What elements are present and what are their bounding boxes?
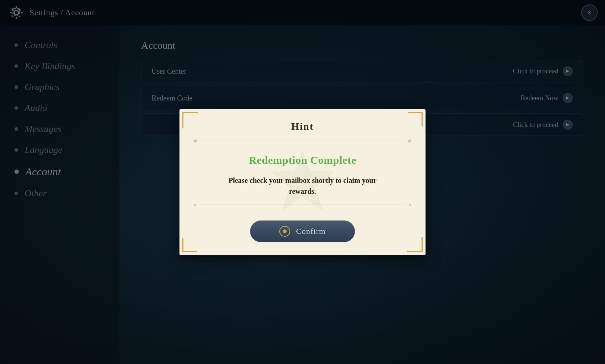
hint-modal: Hint Redemption Complete Please check yo… — [179, 109, 426, 255]
modal-title: Hint — [194, 121, 411, 132]
corner-decoration-bl — [182, 238, 197, 252]
confirm-icon-inner — [283, 230, 287, 233]
divider-diamond — [407, 139, 411, 143]
modal-description: Please check your mailbox shortly to cla… — [201, 175, 404, 197]
divider-line — [201, 141, 404, 141]
modal-overlay: Hint Redemption Complete Please check yo… — [0, 0, 605, 364]
confirm-button[interactable]: Confirm — [250, 220, 355, 242]
modal-header: Hint — [179, 109, 426, 138]
modal-divider-bottom — [179, 204, 426, 206]
modal-footer: Confirm — [179, 213, 426, 255]
confirm-icon — [279, 226, 290, 237]
modal-body: Redemption Complete Please check your ma… — [179, 144, 426, 204]
modal-divider-top — [179, 140, 426, 142]
divider-diamond — [194, 203, 196, 206]
modal-success-text: Redemption Complete — [201, 154, 404, 166]
divider-diamond — [193, 139, 197, 143]
divider-line — [200, 205, 405, 205]
divider-diamond — [409, 203, 411, 206]
confirm-button-label: Confirm — [296, 227, 326, 236]
